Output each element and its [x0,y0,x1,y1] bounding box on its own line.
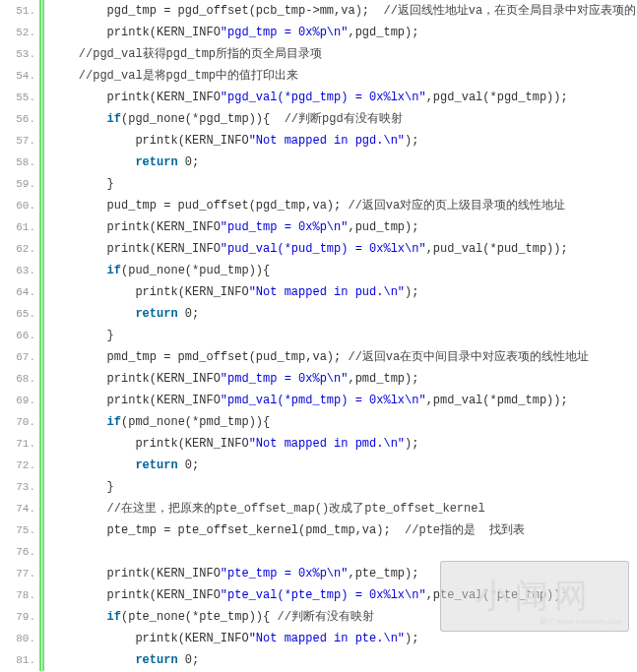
code-token: 0; [178,307,200,321]
code-line[interactable]: printk(KERN_INFO"pte_tmp = 0x%p\n",pte_t… [50,563,637,584]
code-line[interactable]: } [50,325,637,346]
code-token: } [107,177,114,191]
line-number: 53. [0,43,35,65]
string-token: "pgd_val(*pgd_tmp) = 0x%lx\n" [221,91,426,104]
code-token: ,pgd_tmp); [348,26,418,39]
code-token: ); [405,285,418,299]
line-number-gutter: 51.52.53.54.55.56.57.58.59.60.61.62.63.6… [0,0,41,671]
code-line[interactable]: printk(KERN_INFO"pmd_val(*pmd_tmp) = 0x%… [50,390,637,411]
keyword-token: if [107,264,121,277]
code-token: ); [405,632,418,645]
code-line[interactable]: return 0; [50,152,637,173]
code-line[interactable]: printk(KERN_INFO"pmd_tmp = 0x%p\n",pmd_t… [50,368,637,390]
line-number: 58. [0,152,35,173]
code-line[interactable]: printk(KERN_INFO"Not mapped in pud.\n"); [50,281,637,303]
code-token: (pud_none(*pud_tmp)){ [121,264,270,277]
string-token: "pte_val(*pte_tmp) = 0x%lx\n" [221,588,426,602]
code-line[interactable]: printk(KERN_INFO"Not mapped in pte.\n"); [50,628,637,649]
line-number: 77. [0,563,35,584]
code-line[interactable]: //pgd_val是将pgd_tmp中的值打印出来 [50,65,637,87]
code-token: ,pte_val(*pte_tmp)); [426,588,568,602]
code-token: (pte_none(*pte_tmp)){ [121,610,277,624]
code-token: printk(KERN_INFO [135,632,248,645]
code-token: printk(KERN_INFO [107,220,221,234]
code-token: printk(KERN_INFO [135,437,248,451]
code-token: pgd_tmp = pgd_offset(pcb_tmp->mm,va); [107,4,384,18]
code-token: printk(KERN_INFO [107,91,221,104]
code-token: ); [405,437,418,451]
line-number: 63. [0,260,35,281]
code-line[interactable]: printk(KERN_INFO"pgd_tmp = 0x%p\n",pgd_t… [50,22,637,43]
code-line[interactable]: return 0; [50,649,637,671]
line-number: 73. [0,476,35,498]
code-line[interactable]: return 0; [50,455,637,476]
code-line[interactable]: printk(KERN_INFO"Not mapped in pgd.\n"); [50,130,637,152]
keyword-token: if [107,415,121,429]
keyword-token: return [135,458,177,472]
line-number: 62. [0,238,35,260]
code-token: printk(KERN_INFO [107,588,221,602]
code-line[interactable]: pgd_tmp = pgd_offset(pcb_tmp->mm,va); //… [50,0,637,22]
code-token: pmd_tmp = pmd_offset(pud_tmp,va); [107,350,349,364]
code-line[interactable]: pte_tmp = pte_offset_kernel(pmd_tmp,va);… [50,519,637,541]
code-line[interactable]: //在这里，把原来的pte_offset_map()改成了pte_offset_… [50,498,637,519]
string-token: "Not mapped in pte.\n" [249,632,405,645]
line-number: 55. [0,87,35,108]
line-number: 59. [0,173,35,195]
code-line[interactable]: } [50,476,637,498]
line-number: 61. [0,216,35,238]
code-token: ,pgd_val(*pgd_tmp)); [426,91,568,104]
code-line[interactable]: if(pgd_none(*pgd_tmp)){ //判断pgd有没有映射 [50,108,637,130]
line-number: 60. [0,195,35,216]
comment-token: //在这里，把原来的pte_offset_map()改成了pte_offset_… [107,502,485,516]
code-line[interactable]: pud_tmp = pud_offset(pgd_tmp,va); //返回va… [50,195,637,216]
string-token: "pmd_tmp = 0x%p\n" [221,372,349,386]
code-line[interactable]: pmd_tmp = pmd_offset(pud_tmp,va); //返回va… [50,346,637,368]
comment-token: //返回va对应的页上级目录项的线性地址 [348,199,565,213]
code-token [50,545,57,559]
line-number: 80. [0,628,35,649]
code-token: printk(KERN_INFO [107,26,221,39]
code-token: ,pud_val(*pud_tmp)); [426,242,568,256]
code-token: ); [405,134,418,148]
code-token: } [107,329,114,342]
code-line[interactable]: } [50,173,637,195]
code-line[interactable]: printk(KERN_INFO"pud_tmp = 0x%p\n",pud_t… [50,216,637,238]
code-token: } [107,480,114,494]
comment-token: //返回va在页中间目录中对应表项的线性地址 [348,350,589,364]
code-token: printk(KERN_INFO [107,394,221,407]
code-line[interactable]: //pgd_val获得pgd_tmp所指的页全局目录项 [50,43,637,65]
code-token: ,pmd_tmp); [348,372,418,386]
code-line[interactable]: printk(KERN_INFO"Not mapped in pmd.\n"); [50,433,637,455]
comment-token: //判断pgd有没有映射 [285,112,403,126]
line-number: 68. [0,368,35,390]
comment-token: //pgd_val获得pgd_tmp所指的页全局目录项 [79,47,322,61]
string-token: "pte_tmp = 0x%p\n" [221,567,349,580]
code-token: printk(KERN_INFO [135,134,248,148]
line-number: 72. [0,455,35,476]
comment-token: //判断有没有映射 [277,610,373,624]
code-line[interactable]: printk(KERN_INFO"pgd_val(*pgd_tmp) = 0x%… [50,87,637,108]
comment-token: //返回线性地址va，在页全局目录中对应表项的 [383,4,636,18]
code-area[interactable]: pgd_tmp = pgd_offset(pcb_tmp->mm,va); //… [42,0,637,671]
code-line[interactable] [50,541,637,563]
keyword-token: return [135,307,177,321]
code-token: printk(KERN_INFO [107,242,221,256]
line-number: 69. [0,390,35,411]
string-token: "pud_val(*pud_tmp) = 0x%lx\n" [221,242,426,256]
code-line[interactable]: if(pte_none(*pte_tmp)){ //判断有没有映射 [50,606,637,628]
line-number: 74. [0,498,35,519]
code-token: printk(KERN_INFO [135,285,248,299]
code-token: if [107,112,121,126]
code-line[interactable]: if(pmd_none(*pmd_tmp)){ [50,411,637,433]
string-token: "Not mapped in pgd.\n" [249,134,405,148]
line-number: 64. [0,281,35,303]
code-line[interactable]: return 0; [50,303,637,325]
keyword-token: return [135,653,177,667]
line-number: 65. [0,303,35,325]
code-line[interactable]: printk(KERN_INFO"pud_val(*pud_tmp) = 0x%… [50,238,637,260]
code-line[interactable]: printk(KERN_INFO"pte_val(*pte_tmp) = 0x%… [50,584,637,606]
code-token: 0; [178,653,200,667]
code-line[interactable]: if(pud_none(*pud_tmp)){ [50,260,637,281]
line-number: 56. [0,108,35,130]
